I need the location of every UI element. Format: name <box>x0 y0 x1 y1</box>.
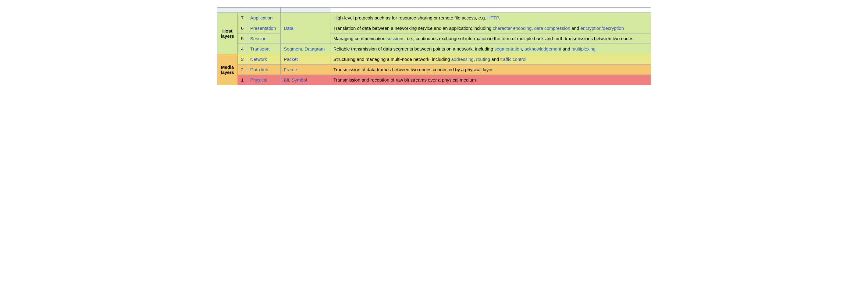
layer-number: 1 <box>238 75 247 85</box>
pdu-cell[interactable]: Bit, Symbol <box>281 75 330 85</box>
function-cell[interactable]: High-level protocols such as for resourc… <box>330 13 651 23</box>
layer-name[interactable]: Application <box>247 13 281 23</box>
pdu-header <box>247 8 281 13</box>
pdu-data[interactable]: Data <box>281 13 330 44</box>
pdu-cell[interactable]: Frame <box>281 65 330 75</box>
table-row: 1PhysicalBit, SymbolTransmission and rec… <box>217 75 651 85</box>
table-row: 2Data linkFrameTransmission of data fram… <box>217 65 651 75</box>
layer-name[interactable]: Physical <box>247 75 281 85</box>
osi-model-table: Hostlayers7ApplicationDataHigh-level pro… <box>217 3 651 85</box>
osi-model-table-wrapper: Hostlayers7ApplicationDataHigh-level pro… <box>217 3 651 85</box>
layer-number: 7 <box>238 13 247 23</box>
function-cell[interactable]: Translation of data between a networking… <box>330 23 651 33</box>
layer-name[interactable]: Transport <box>247 44 281 54</box>
layer-name[interactable]: Network <box>247 54 281 65</box>
layer-name[interactable]: Session <box>247 33 281 44</box>
layer-name[interactable]: Presentation <box>247 23 281 33</box>
layer-number: 5 <box>238 33 247 44</box>
pdu-cell[interactable]: Packet <box>281 54 330 65</box>
function-cell[interactable]: Transmission of data frames between two … <box>330 65 651 75</box>
layer-name[interactable]: Data link <box>247 65 281 75</box>
function-cell[interactable]: Transmission and reception of raw bit st… <box>330 75 651 85</box>
function-cell[interactable]: Managing communication sessions, i.e., c… <box>330 33 651 44</box>
table-row: Medialayers3NetworkPacketStructuring and… <box>217 54 651 65</box>
layer-number: 6 <box>238 23 247 33</box>
function-header <box>281 8 330 13</box>
table-caption <box>217 3 651 7</box>
layer-number: 3 <box>238 54 247 65</box>
layer-number: 2 <box>238 65 247 75</box>
table-row: 4TransportSegment, DatagramReliable tran… <box>217 44 651 54</box>
group-host-label: Hostlayers <box>217 13 238 54</box>
group-media-label: Medialayers <box>217 54 238 85</box>
layer-header <box>217 8 247 13</box>
layer-number: 4 <box>238 44 247 54</box>
function-cell[interactable]: Reliable transmission of data segments b… <box>330 44 651 54</box>
function-cell[interactable]: Structuring and managing a multi-node ne… <box>330 54 651 65</box>
table-row: Hostlayers7ApplicationDataHigh-level pro… <box>217 13 651 23</box>
pdu-cell[interactable]: Segment, Datagram <box>281 44 330 54</box>
